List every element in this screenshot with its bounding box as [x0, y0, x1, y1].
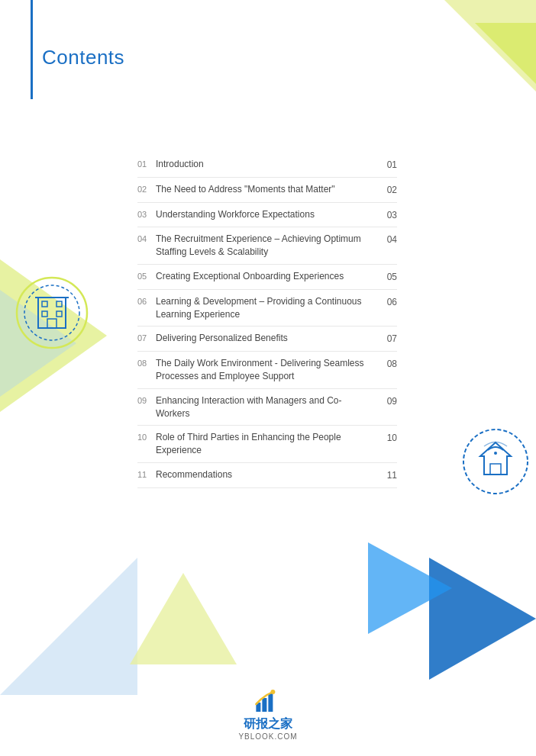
toc-item-num: 11	[137, 468, 156, 481]
brand-chart-icon	[254, 687, 282, 715]
svg-rect-11	[490, 464, 501, 475]
toc-item-num: 02	[137, 183, 156, 195]
toc-item-page: 03	[379, 208, 397, 222]
toc-item-text: Creating Exceptional Onboarding Experien…	[156, 270, 379, 283]
svg-rect-3	[42, 301, 47, 307]
toc-item-page: 06	[379, 295, 397, 309]
toc-item-page: 07	[379, 332, 397, 346]
svg-rect-5	[42, 311, 47, 317]
toc-item-num: 10	[137, 431, 156, 443]
page-title: Contents	[42, 46, 124, 69]
toc-item-text: Learning & Development – Providing a Con…	[156, 295, 379, 321]
svg-rect-15	[268, 693, 273, 712]
home-wifi-icon	[461, 427, 530, 496]
svg-rect-4	[57, 301, 62, 307]
svg-point-12	[494, 452, 497, 455]
toc-row: 08The Daily Work Environment - Deliverin…	[137, 352, 397, 389]
toc-item-text: Enhancing Interaction with Managers and …	[156, 394, 379, 420]
toc-item-num: 06	[137, 295, 156, 307]
toc-row: 06Learning & Development – Providing a C…	[137, 290, 397, 327]
left-border-accent	[31, 0, 33, 99]
svg-point-9	[463, 429, 528, 494]
toc-item-num: 07	[137, 332, 156, 344]
toc-item-num: 05	[137, 270, 156, 282]
deco-triangle-top-right-2	[475, 23, 536, 84]
deco-triangle-bottom-left	[0, 558, 137, 695]
toc-item-text: The Need to Address "Moments that Matter…	[156, 183, 379, 196]
toc-item-page: 09	[379, 394, 397, 408]
brand-url: YBLOOK.COM	[238, 732, 297, 741]
toc-item-page: 08	[379, 357, 397, 371]
svg-rect-7	[47, 319, 57, 328]
toc-row: 11Recommendations11	[137, 463, 397, 488]
toc-row: 10Role of Third Parties in Enhancing the…	[137, 426, 397, 463]
svg-rect-6	[57, 311, 62, 317]
svg-point-1	[24, 285, 79, 340]
toc-item-num: 08	[137, 357, 156, 369]
deco-triangle-bottom-yellow	[130, 573, 237, 664]
toc-row: 07Delivering Personalized Benefits07	[137, 327, 397, 352]
toc-row: 09Enhancing Interaction with Managers an…	[137, 389, 397, 426]
toc-item-num: 03	[137, 208, 156, 220]
toc-row: 02The Need to Address "Moments that Matt…	[137, 178, 397, 203]
toc-item-page: 01	[379, 158, 397, 172]
toc-item-text: Role of Third Parties in Enhancing the P…	[156, 431, 379, 457]
toc-item-num: 09	[137, 394, 156, 407]
svg-rect-14	[262, 698, 266, 712]
toc-item-text: The Recruitment Experience – Achieving O…	[156, 233, 379, 259]
toc-row: 01Introduction01	[137, 153, 397, 178]
toc-item-page: 02	[379, 183, 397, 197]
toc-item-page: 10	[379, 431, 397, 445]
toc-item-page: 05	[379, 270, 397, 284]
toc-row: 04The Recruitment Experience – Achieving…	[137, 227, 397, 265]
svg-point-0	[17, 278, 87, 348]
toc-container: 01Introduction0102The Need to Address "M…	[137, 153, 397, 488]
toc-row: 03Understanding Workforce Expectations03	[137, 203, 397, 228]
toc-item-page: 04	[379, 233, 397, 246]
toc-item-text: Understanding Workforce Expectations	[156, 208, 379, 221]
svg-point-16	[270, 690, 275, 694]
toc-row: 05Creating Exceptional Onboarding Experi…	[137, 265, 397, 290]
toc-item-text: Recommendations	[156, 468, 379, 481]
footer-watermark: 研报之家 YBLOOK.COM	[238, 687, 297, 741]
toc-item-page: 11	[379, 468, 397, 482]
deco-triangle-bottom-right-2	[368, 542, 452, 634]
brand-name: 研报之家	[244, 716, 292, 732]
building-icon	[14, 275, 90, 351]
toc-item-num: 01	[137, 158, 156, 170]
toc-item-text: Delivering Personalized Benefits	[156, 332, 379, 345]
toc-item-text: The Daily Work Environment - Delivering …	[156, 357, 379, 383]
toc-item-num: 04	[137, 233, 156, 245]
toc-item-text: Introduction	[156, 158, 379, 171]
